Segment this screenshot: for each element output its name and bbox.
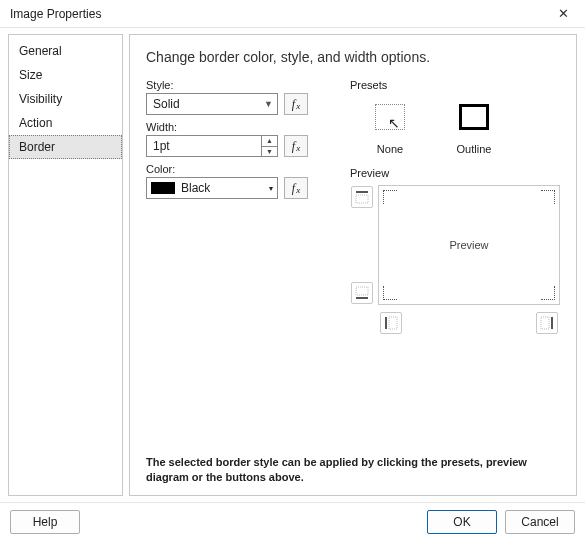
chevron-down-icon: ▾ <box>269 184 273 193</box>
border-panel: Change border color, style, and width op… <box>129 34 577 496</box>
crop-mark-icon <box>383 190 397 204</box>
preset-none-label: None <box>377 143 403 155</box>
ok-button[interactable]: OK <box>427 510 497 534</box>
sidebar-item-label: Visibility <box>19 92 62 106</box>
fx-icon-sub: x <box>296 185 300 195</box>
svg-rect-7 <box>551 317 553 329</box>
window-title: Image Properties <box>10 7 549 21</box>
close-button[interactable]: ✕ <box>549 4 577 24</box>
style-expression-button[interactable]: fx <box>284 93 308 115</box>
style-label: Style: <box>146 79 326 91</box>
border-top-icon <box>355 190 369 204</box>
ok-button-label: OK <box>453 515 470 529</box>
crop-mark-icon <box>383 286 397 300</box>
sidebar-item-general[interactable]: General <box>9 39 122 63</box>
color-swatch <box>151 182 175 194</box>
style-value: Solid <box>153 97 180 111</box>
spinner-down-icon[interactable]: ▼ <box>262 147 277 157</box>
color-value: Black <box>181 181 269 195</box>
page-heading: Change border color, style, and width op… <box>146 49 560 65</box>
color-label: Color: <box>146 163 326 175</box>
sidebar-item-label: Action <box>19 116 52 130</box>
preset-outline-icon <box>459 104 489 130</box>
style-dropdown[interactable]: Solid ▼ <box>146 93 278 115</box>
help-button[interactable]: Help <box>10 510 80 534</box>
footer: Help OK Cancel <box>0 502 585 540</box>
preview-diagram[interactable]: Preview <box>378 185 560 305</box>
sidebar: General Size Visibility Action Border <box>8 34 123 496</box>
preset-outline-label: Outline <box>457 143 492 155</box>
fx-icon-sub: x <box>296 101 300 111</box>
spinner-up-icon[interactable]: ▲ <box>262 136 277 147</box>
sidebar-item-visibility[interactable]: Visibility <box>9 87 122 111</box>
help-button-label: Help <box>33 515 58 529</box>
chevron-down-icon: ▼ <box>264 99 273 109</box>
preview-label: Preview <box>350 167 560 179</box>
presets-label: Presets <box>350 79 560 91</box>
hint-text: The selected border style can be applied… <box>146 455 560 485</box>
sidebar-item-label: General <box>19 44 62 58</box>
svg-rect-0 <box>356 191 368 193</box>
crop-mark-icon <box>541 190 555 204</box>
titlebar: Image Properties ✕ <box>0 0 585 28</box>
border-right-icon <box>540 316 554 330</box>
sidebar-item-size[interactable]: Size <box>9 63 122 87</box>
svg-rect-3 <box>356 297 368 299</box>
width-label: Width: <box>146 121 326 133</box>
preview-caption: Preview <box>449 239 488 251</box>
width-spinner[interactable]: 1pt ▲ ▼ <box>146 135 278 157</box>
svg-rect-1 <box>356 195 368 203</box>
sidebar-item-label: Border <box>19 140 55 154</box>
color-expression-button[interactable]: fx <box>284 177 308 199</box>
cancel-button[interactable]: Cancel <box>505 510 575 534</box>
cursor-icon: ↖ <box>388 115 400 131</box>
fx-icon: f <box>292 139 295 154</box>
fx-icon: f <box>292 181 295 196</box>
border-bottom-icon <box>355 286 369 300</box>
sidebar-item-action[interactable]: Action <box>9 111 122 135</box>
svg-rect-2 <box>356 287 368 295</box>
border-left-icon <box>384 316 398 330</box>
svg-rect-5 <box>389 317 397 329</box>
sidebar-item-label: Size <box>19 68 42 82</box>
border-left-button[interactable] <box>380 312 402 334</box>
fx-icon: f <box>292 97 295 112</box>
preset-none[interactable]: ↖ None <box>362 97 418 155</box>
color-dropdown[interactable]: Black ▾ <box>146 177 278 199</box>
cancel-button-label: Cancel <box>521 515 558 529</box>
preset-none-icon: ↖ <box>375 104 405 130</box>
border-top-button[interactable] <box>351 186 373 208</box>
border-bottom-button[interactable] <box>351 282 373 304</box>
sidebar-item-border[interactable]: Border <box>9 135 122 159</box>
preset-outline[interactable]: Outline <box>446 97 502 155</box>
crop-mark-icon <box>541 286 555 300</box>
width-value: 1pt <box>153 139 170 153</box>
fx-icon-sub: x <box>296 143 300 153</box>
svg-rect-6 <box>541 317 549 329</box>
svg-rect-4 <box>385 317 387 329</box>
width-expression-button[interactable]: fx <box>284 135 308 157</box>
border-right-button[interactable] <box>536 312 558 334</box>
close-icon: ✕ <box>558 6 569 21</box>
